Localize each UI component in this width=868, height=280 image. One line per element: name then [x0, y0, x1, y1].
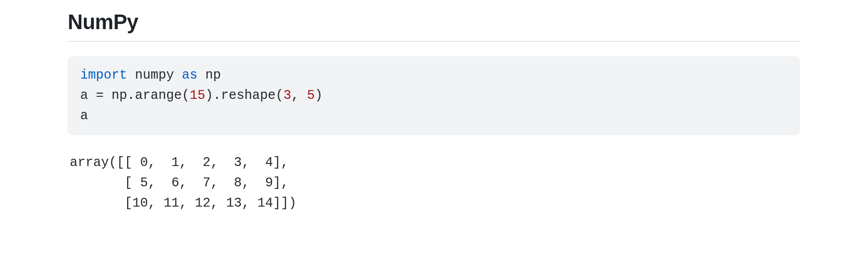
code-text: a = np.arange( [80, 88, 190, 103]
code-text: ).reshape( [205, 88, 283, 103]
number-literal: 5 [307, 88, 315, 103]
code-text: numpy [127, 68, 182, 83]
code-text: a [80, 108, 88, 123]
code-text: np [197, 68, 221, 83]
code-text: ) [315, 88, 323, 103]
keyword-import: import [80, 68, 127, 83]
keyword-as: as [182, 68, 197, 83]
code-text: , [291, 88, 307, 103]
section-heading: NumPy [68, 10, 800, 42]
code-output-block: array([[ 0, 1, 2, 3, 4], [ 5, 6, 7, 8, 9… [68, 153, 800, 213]
code-input-block: import numpy as np a = np.arange(15).res… [68, 56, 800, 135]
number-literal: 15 [190, 88, 205, 103]
number-literal: 3 [283, 88, 291, 103]
